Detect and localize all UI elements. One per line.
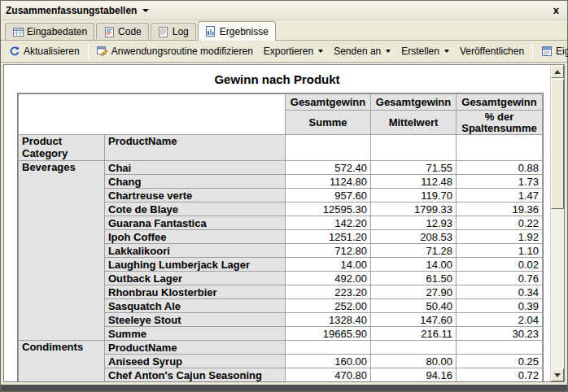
- value-cell: 1799.33: [371, 203, 457, 216]
- blank-cell: [457, 135, 543, 161]
- value-cell: 0.88: [457, 161, 543, 175]
- modify-task-icon: [97, 46, 108, 57]
- product-cell: Cote de Blaye: [105, 203, 286, 216]
- export-button[interactable]: Exportieren: [259, 43, 328, 59]
- properties-label: Eigenschaften: [556, 46, 568, 57]
- measure-header-cell: Gesamtgewinn: [286, 94, 371, 111]
- code-icon: [103, 26, 115, 37]
- blank-cell: [286, 135, 371, 161]
- value-cell: 223.20: [286, 285, 371, 299]
- value-cell: 470.80: [286, 368, 371, 382]
- window-menu[interactable]: Zusammenfassungstabellen: [6, 5, 149, 16]
- results-panel: Gewinn nach Produkt Gesamtgewinn Ges: [3, 64, 565, 382]
- value-cell: 0.76: [457, 272, 543, 285]
- tab-log[interactable]: Log: [151, 23, 196, 40]
- stat-header-cell: % der Spaltensumme: [457, 111, 543, 135]
- export-label: Exportieren: [264, 46, 313, 57]
- scrollbar-thumb[interactable]: [551, 79, 564, 209]
- stat-header-cell: Mittelwert: [371, 111, 457, 135]
- value-cell: 572.40: [286, 161, 371, 175]
- refresh-button[interactable]: Aktualisieren: [4, 43, 85, 59]
- value-cell: 147.60: [371, 313, 457, 327]
- publish-button[interactable]: Veröffentlichen: [455, 43, 529, 59]
- value-cell: [457, 341, 543, 355]
- value-cell: 1124.80: [286, 175, 371, 189]
- tab-label: Eingabedaten: [27, 26, 87, 37]
- refresh-label: Aktualisieren: [24, 46, 80, 57]
- chevron-down-icon: [444, 50, 449, 53]
- value-cell: 12.93: [371, 216, 457, 230]
- arrow-down-icon: [554, 373, 561, 377]
- scroll-down-button[interactable]: [551, 368, 564, 381]
- value-cell: 12595.30: [286, 203, 371, 216]
- tab-ergebnisse[interactable]: Ergebnisse: [198, 21, 276, 41]
- chevron-down-icon: [318, 50, 323, 53]
- value-cell: 252.00: [286, 299, 371, 313]
- product-cell: Ipoh Coffee: [105, 230, 286, 244]
- value-cell: 1.92: [457, 230, 543, 244]
- create-button[interactable]: Erstellen: [396, 43, 454, 59]
- category-cell: Beverages: [19, 161, 105, 341]
- value-cell: 1.10: [457, 244, 543, 258]
- tab-bar: Eingabedaten Code Log Ergebnisse: [1, 20, 567, 41]
- value-cell: 1328.40: [286, 313, 371, 327]
- value-cell: 50.40: [371, 299, 457, 313]
- tab-eingabedaten[interactable]: Eingabedaten: [5, 23, 94, 40]
- scroll-up-button[interactable]: [551, 65, 564, 78]
- value-cell: 2.04: [457, 313, 543, 327]
- tab-code[interactable]: Code: [96, 23, 149, 40]
- properties-button[interactable]: Eigenschaften: [536, 43, 568, 59]
- scrollbar-track[interactable]: [551, 78, 564, 368]
- close-button[interactable]: x: [551, 4, 561, 17]
- vertical-scrollbar[interactable]: [550, 65, 564, 381]
- value-cell: 1.73: [457, 175, 543, 189]
- table-row: BeveragesChai572.4071.550.88: [19, 161, 543, 175]
- product-cell: Guarana Fantastica: [105, 216, 286, 230]
- value-cell: 71.28: [371, 244, 457, 258]
- tab-label: Code: [118, 26, 142, 37]
- value-cell: 14.00: [286, 258, 371, 272]
- tab-label: Log: [173, 26, 189, 37]
- product-cell: Lakkalikoori: [105, 244, 286, 258]
- value-cell: 19.36: [457, 203, 543, 216]
- value-cell: 61.50: [371, 272, 457, 285]
- titlebar: Zusammenfassungstabellen x: [1, 1, 567, 20]
- send-to-button[interactable]: Senden an: [329, 43, 395, 59]
- measure-header-row: Gesamtgewinn Gesamtgewinn Gesamtgewinn: [19, 94, 543, 111]
- blank-cell: [371, 135, 457, 161]
- value-cell: 14.00: [371, 258, 457, 272]
- value-cell: 80.00: [371, 355, 457, 368]
- product-header-cell: ProductName: [105, 135, 286, 161]
- value-cell: 0.25: [457, 355, 543, 368]
- value-cell: 27.90: [371, 285, 457, 299]
- product-cell: Steeleye Stout: [105, 313, 286, 327]
- category-cell: Condiments: [19, 341, 105, 382]
- chevron-down-icon: [142, 9, 149, 12]
- create-label: Erstellen: [401, 46, 439, 57]
- send-to-label: Senden an: [334, 46, 381, 57]
- dimension-header-row: Product Category ProductName: [19, 135, 543, 161]
- value-cell: 0.22: [457, 216, 543, 230]
- value-cell: 492.00: [286, 272, 371, 285]
- value-cell: 957.60: [286, 189, 371, 203]
- value-cell: 30.23: [457, 327, 543, 341]
- results-table: Gesamtgewinn Gesamtgewinn Gesamtgewinn S…: [18, 94, 543, 381]
- category-header-cell: Product Category: [19, 135, 105, 161]
- results-body: BeveragesChai572.4071.550.88Chang1124.80…: [19, 161, 543, 382]
- value-cell: 1.47: [457, 189, 543, 203]
- value-cell: [286, 341, 371, 355]
- product-cell: Rhonbrau Klosterbier: [105, 285, 286, 299]
- product-cell: Sasquatch Ale: [105, 299, 286, 313]
- modify-task-button[interactable]: Anwendungsroutine modifizieren: [92, 43, 258, 59]
- value-cell: 0.34: [457, 285, 543, 299]
- results-icon: [205, 26, 216, 37]
- value-cell: 712.80: [286, 244, 371, 258]
- value-cell: 112.48: [371, 175, 457, 189]
- arrow-up-icon: [554, 70, 561, 74]
- value-cell: 142.20: [286, 216, 371, 230]
- report-area: Gewinn nach Produkt Gesamtgewinn Ges: [4, 65, 550, 381]
- content-wrap: Gewinn nach Produkt Gesamtgewinn Ges: [1, 63, 567, 385]
- stat-header-cell: Summe: [286, 111, 371, 135]
- report-title: Gewinn nach Produkt: [4, 72, 550, 86]
- value-cell: 1251.20: [286, 230, 371, 244]
